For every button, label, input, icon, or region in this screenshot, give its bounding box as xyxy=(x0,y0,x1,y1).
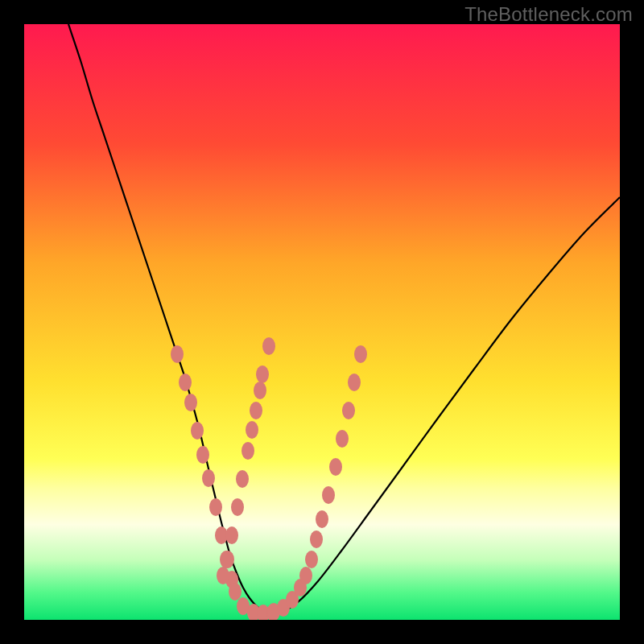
highlight-dot xyxy=(225,526,238,544)
highlight-dot xyxy=(202,469,215,487)
highlight-dot xyxy=(336,430,349,448)
highlight-dot xyxy=(231,498,244,516)
highlight-dot xyxy=(316,510,328,528)
highlight-dot xyxy=(171,345,184,363)
highlight-dot xyxy=(217,567,229,584)
highlight-dot xyxy=(342,402,355,419)
highlight-dot xyxy=(256,365,269,383)
highlight-dot xyxy=(322,486,335,504)
highlight-dot xyxy=(191,422,204,440)
highlight-dot xyxy=(310,530,323,548)
gradient-background xyxy=(24,24,620,620)
highlight-dot xyxy=(242,442,254,460)
highlight-dot xyxy=(246,421,258,439)
highlight-dot xyxy=(254,382,266,399)
highlight-dot xyxy=(220,551,233,568)
highlight-dot xyxy=(179,374,192,391)
highlight-dot xyxy=(250,402,262,419)
highlight-dot xyxy=(305,551,318,568)
highlight-dot xyxy=(236,470,249,488)
highlight-dot xyxy=(354,345,367,363)
highlight-dot xyxy=(196,446,209,464)
highlight-dot xyxy=(184,394,197,411)
highlight-dot xyxy=(262,337,275,355)
highlight-dot xyxy=(209,498,222,516)
chart-stage: TheBottleneck.com xyxy=(0,0,644,644)
watermark-text: TheBottleneck.com xyxy=(464,3,633,26)
highlight-dot xyxy=(229,583,242,601)
highlight-dot xyxy=(348,374,361,391)
bottleneck-chart xyxy=(0,0,644,644)
highlight-dot xyxy=(299,567,312,584)
highlight-dot xyxy=(329,458,342,476)
